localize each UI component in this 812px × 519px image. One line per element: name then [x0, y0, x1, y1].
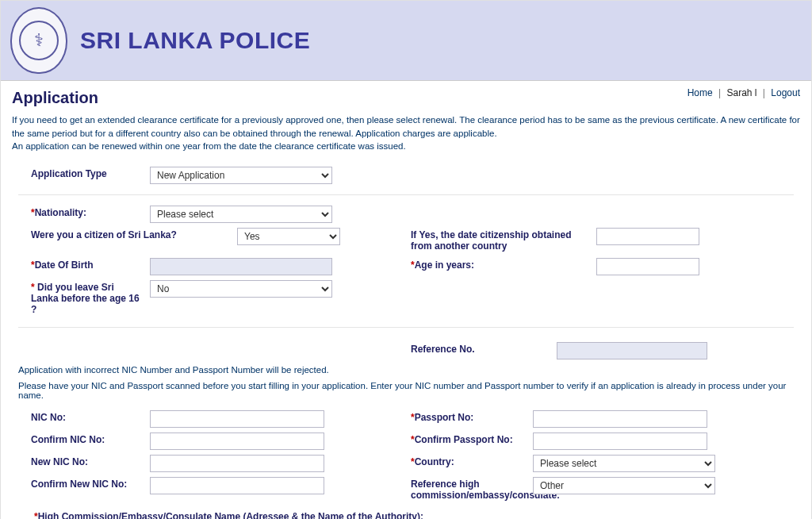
select-ref-high-comm[interactable]: Other — [533, 477, 715, 494]
select-nationality[interactable]: Please select — [150, 206, 332, 223]
row-application-type: Application Type New Application — [7, 164, 805, 186]
input-new-nic[interactable] — [150, 455, 324, 472]
input-confirm-new-nic[interactable] — [150, 477, 324, 494]
row-leave-sl: * Did you leave Sri Lanka before the age… — [7, 278, 805, 319]
section-divider — [18, 327, 794, 328]
label-nationality: *Nationality: — [7, 206, 150, 223]
row-dob: *Date Of Birth *Age in years: — [7, 256, 805, 278]
nav-separator: | — [763, 87, 765, 98]
top-nav: Home | Sarah l | Logout — [676, 86, 811, 98]
row-nic-passport-2: Confirm NIC No: *Confirm Passport No: — [7, 430, 805, 452]
label-dob: *Date Of Birth — [7, 258, 150, 275]
select-country[interactable]: Please select — [533, 455, 715, 472]
page-title: Application — [1, 86, 109, 112]
select-application-type[interactable]: New Application — [150, 167, 332, 184]
input-citizenship-date[interactable] — [596, 228, 699, 245]
row-citizen: Were you a citizen of Sri Lanka? Yes If … — [7, 225, 805, 256]
label-confirm-new-nic: Confirm New NIC No: — [7, 477, 150, 502]
input-passport-no[interactable] — [533, 410, 707, 428]
label-application-type: Application Type — [7, 167, 150, 184]
label-reference-no: Reference No. — [406, 342, 557, 359]
label-ref-high-comm: Reference high commission/embassy/consul… — [406, 477, 533, 502]
label-high-comm-name: *High Commission/Embassy/Consulate Name … — [7, 505, 805, 519]
label-were-you-citizen: Were you a citizen of Sri Lanka? — [7, 228, 237, 253]
input-reference-no[interactable] — [557, 342, 707, 359]
label-new-nic: New NIC No: — [7, 455, 150, 472]
row-nationality: *Nationality: Please select — [7, 203, 805, 225]
form-area: Application Type New Application *Nation… — [1, 161, 811, 519]
title-row: Application Home | Sarah l | Logout — [1, 81, 811, 112]
select-citizen[interactable]: Yes — [237, 228, 340, 245]
page-container: ⚕ SRI LANKA POLICE Application Home | Sa… — [0, 0, 812, 519]
label-nic-no: NIC No: — [7, 410, 150, 428]
label-confirm-nic: Confirm NIC No: — [7, 432, 150, 450]
header-banner: ⚕ SRI LANKA POLICE — [1, 1, 811, 81]
nav-logout-link[interactable]: Logout — [771, 87, 800, 98]
input-dob[interactable] — [150, 258, 332, 275]
nav-home-link[interactable]: Home — [688, 87, 713, 98]
row-nic-passport-1: NIC No: *Passport No: — [7, 408, 805, 430]
label-did-you-leave: * Did you leave Sri Lanka before the age… — [7, 280, 150, 317]
site-title: SRI LANKA POLICE — [80, 27, 310, 54]
note-scan: Please have your NIC and Passport scanne… — [7, 378, 805, 408]
input-confirm-passport[interactable] — [533, 432, 707, 450]
nav-user-label: Sarah l — [726, 87, 756, 98]
row-confirmnewnic-refhc: Confirm New NIC No: Reference high commi… — [7, 475, 805, 505]
police-logo-inner: ⚕ — [19, 21, 59, 60]
intro-line-2: An application can be renewed within one… — [12, 140, 800, 153]
section-divider — [18, 194, 794, 195]
label-age: *Age in years: — [406, 258, 596, 275]
row-newnic-country: New NIC No: *Country: Please select — [7, 452, 805, 475]
nav-separator: | — [718, 87, 721, 98]
label-confirm-passport: *Confirm Passport No: — [406, 432, 533, 450]
input-age[interactable] — [596, 258, 699, 275]
intro-line-1: If you need to get an extended clearance… — [12, 113, 800, 140]
label-passport-no: *Passport No: — [406, 410, 533, 428]
label-country: *Country: — [406, 455, 533, 472]
note-reject: Application with incorrect NIC Number an… — [7, 362, 805, 378]
police-logo: ⚕ — [10, 7, 67, 74]
intro-text: If you need to get an extended clearance… — [1, 112, 811, 161]
row-reference-no: Reference No. — [7, 336, 805, 362]
label-if-yes-date: If Yes, the date citizenship obtained fr… — [406, 228, 596, 253]
select-leave-sl[interactable]: No — [150, 280, 332, 298]
input-confirm-nic[interactable] — [150, 432, 324, 450]
input-nic-no[interactable] — [150, 410, 324, 428]
